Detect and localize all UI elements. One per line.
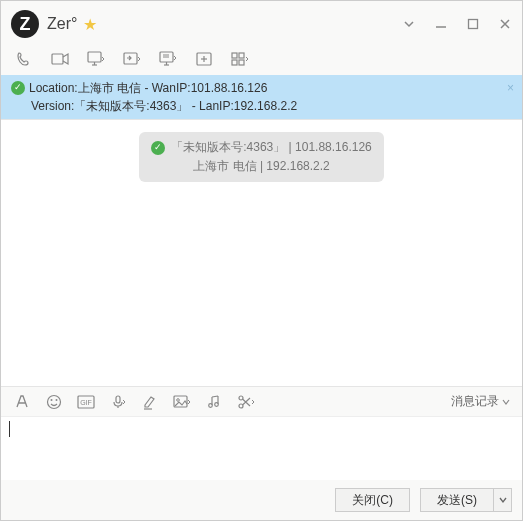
svg-rect-3 — [88, 52, 101, 62]
svg-text:GIF: GIF — [80, 399, 92, 406]
phone-icon[interactable] — [15, 51, 33, 67]
contact-name: Zer° — [47, 15, 77, 33]
svg-point-28 — [209, 403, 213, 407]
music-icon[interactable] — [205, 394, 223, 410]
remote-control-icon[interactable] — [123, 51, 141, 67]
svg-rect-17 — [232, 60, 237, 65]
window-controls — [402, 17, 512, 31]
svg-point-20 — [51, 399, 53, 401]
message-history-link[interactable]: 消息记录 — [451, 393, 510, 410]
location-value: 上海市 电信 — [78, 81, 141, 95]
minimize-icon[interactable] — [434, 17, 448, 31]
svg-point-29 — [215, 402, 219, 406]
screen-share-icon[interactable] — [87, 51, 105, 67]
message-input[interactable] — [1, 416, 522, 480]
svg-rect-24 — [116, 396, 120, 403]
wanip-label: - WanIP: — [141, 81, 191, 95]
dropdown-icon[interactable] — [402, 17, 416, 31]
send-button[interactable]: 发送(S) — [420, 488, 494, 512]
emoji-icon[interactable] — [45, 394, 63, 410]
highlight-icon[interactable] — [141, 394, 159, 410]
image-icon[interactable] — [173, 394, 191, 410]
svg-rect-2 — [52, 54, 63, 64]
maximize-icon[interactable] — [466, 17, 480, 31]
lanip-label: - LanIP: — [188, 99, 233, 113]
font-icon[interactable] — [13, 394, 31, 410]
close-icon[interactable] — [498, 17, 512, 31]
avatar-letter: Z — [20, 14, 31, 35]
editor-toolbar: GIF 消息记录 — [1, 387, 522, 416]
star-icon[interactable]: ★ — [83, 15, 97, 34]
text-cursor — [9, 421, 10, 437]
location-label: Location: — [29, 81, 78, 95]
msg-lanip: 192.168.2.2 — [266, 159, 329, 173]
close-button[interactable]: 关闭(C) — [335, 488, 410, 512]
svg-rect-18 — [239, 60, 244, 65]
check-icon: ✓ — [11, 81, 25, 95]
call-toolbar — [1, 47, 522, 75]
version-label: Version: — [31, 99, 74, 113]
gif-icon[interactable]: GIF — [77, 394, 95, 410]
apps-grid-icon[interactable] — [231, 51, 249, 67]
msg-version: 「未知版本号:4363」 — [171, 140, 285, 154]
version-value: 「未知版本号:4363」 — [74, 99, 188, 113]
notification-close-icon[interactable]: × — [507, 79, 514, 97]
svg-point-19 — [48, 395, 61, 408]
svg-rect-15 — [232, 53, 237, 58]
chat-window: Z Zer° ★ — [0, 0, 523, 521]
bottom-bar: 关闭(C) 发送(S) — [1, 480, 522, 520]
svg-point-21 — [56, 399, 58, 401]
scissors-icon[interactable] — [237, 394, 255, 410]
svg-point-27 — [177, 398, 180, 401]
svg-rect-16 — [239, 53, 244, 58]
video-icon[interactable] — [51, 51, 69, 67]
system-message: ✓ 「未知版本号:4363」 | 101.88.16.126 上海市 电信 | … — [139, 132, 384, 182]
send-dropdown-button[interactable] — [494, 488, 512, 512]
add-app-icon[interactable] — [195, 51, 213, 67]
avatar[interactable]: Z — [11, 10, 39, 38]
wanip-value: 101.88.16.126 — [191, 81, 268, 95]
voice-icon[interactable] — [109, 394, 127, 410]
presentation-icon[interactable] — [159, 51, 177, 67]
titlebar: Z Zer° ★ — [1, 1, 522, 47]
chat-area: ✓ 「未知版本号:4363」 | 101.88.16.126 上海市 电信 | … — [1, 119, 522, 387]
check-icon: ✓ — [151, 141, 165, 155]
msg-wanip: 101.88.16.126 — [295, 140, 372, 154]
notification-bar: ✓ Location:上海市 电信 - WanIP:101.88.16.126 … — [1, 75, 522, 119]
svg-rect-1 — [469, 20, 478, 29]
lanip-value: 192.168.2.2 — [234, 99, 297, 113]
msg-location: 上海市 电信 — [193, 159, 256, 173]
